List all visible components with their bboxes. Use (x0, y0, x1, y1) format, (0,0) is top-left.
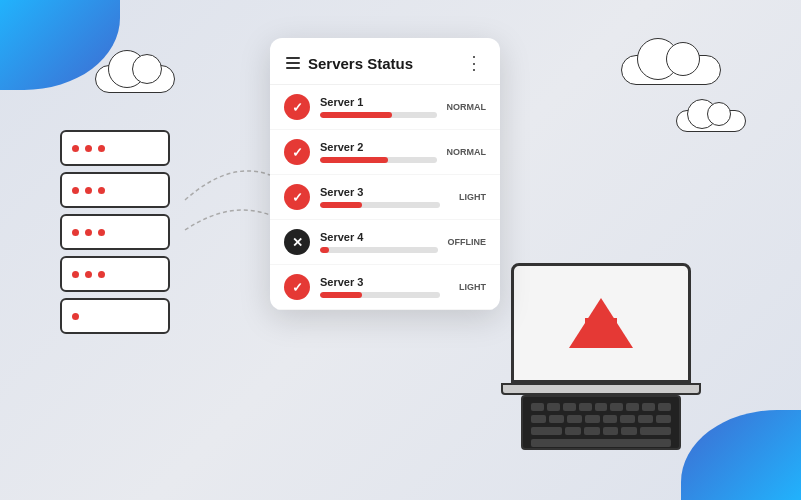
laptop-illustration (501, 263, 701, 450)
card-title-row: Servers Status (286, 55, 413, 72)
status-label: NORMAL (447, 102, 487, 112)
status-label: LIGHT (450, 282, 486, 292)
status-icon: ✓ (284, 184, 310, 210)
status-icon: ✓ (284, 94, 310, 120)
status-label: OFFLINE (448, 237, 487, 247)
rack-dot (72, 145, 79, 152)
progress-bar-bg (320, 202, 440, 208)
server-info: Server 3 (320, 276, 440, 298)
server-name: Server 4 (320, 231, 438, 243)
progress-bar-bg (320, 157, 437, 163)
progress-bar-fill (320, 292, 362, 298)
rack-dot (98, 271, 105, 278)
cloud-decoration-1 (95, 65, 175, 93)
server-info: Server 2 (320, 141, 437, 163)
progress-bar-fill (320, 157, 388, 163)
cloud-decoration-3 (676, 110, 746, 132)
status-label: NORMAL (447, 147, 487, 157)
server-info: Server 1 (320, 96, 437, 118)
server-name: Server 3 (320, 276, 440, 288)
server-name: Server 1 (320, 96, 437, 108)
card-title: Servers Status (308, 55, 413, 72)
server-name: Server 2 (320, 141, 437, 153)
progress-bar-bg (320, 292, 440, 298)
rack-dot (98, 145, 105, 152)
server-row: ✓ Server 1 NORMAL (270, 85, 500, 130)
server-row: ✓ Server 3 LIGHT (270, 175, 500, 220)
server-row: ✓ Server 3 LIGHT (270, 265, 500, 310)
card-header: Servers Status ⋮ (270, 38, 500, 85)
rack-dot (85, 145, 92, 152)
cloud-decoration-2 (621, 55, 721, 85)
rack-dot (98, 187, 105, 194)
server-list: ✓ Server 1 NORMAL ✓ Server 2 NORMAL (270, 85, 500, 310)
rack-dot (72, 313, 79, 320)
progress-bar-bg (320, 112, 437, 118)
status-icon: ✓ (284, 274, 310, 300)
rack-unit-2 (60, 172, 170, 208)
rack-dot (85, 187, 92, 194)
server-rack-illustration (60, 130, 180, 340)
progress-bar-fill (320, 112, 392, 118)
progress-bar-fill (320, 202, 362, 208)
laptop-keyboard (521, 395, 681, 450)
status-icon: ✕ (284, 229, 310, 255)
rack-unit-4 (60, 256, 170, 292)
server-row: ✓ Server 2 NORMAL (270, 130, 500, 175)
progress-bar-bg (320, 247, 438, 253)
rack-dot (72, 187, 79, 194)
rack-dot (85, 271, 92, 278)
hamburger-icon (286, 57, 300, 69)
server-row: ✕ Server 4 OFFLINE (270, 220, 500, 265)
status-label: LIGHT (450, 192, 486, 202)
servers-status-card: Servers Status ⋮ ✓ Server 1 NORMAL ✓ Ser… (270, 38, 500, 310)
rack-dot (72, 271, 79, 278)
rack-dot (98, 229, 105, 236)
server-info: Server 4 (320, 231, 438, 253)
laptop-base (501, 383, 701, 395)
rack-dot (72, 229, 79, 236)
rack-dot (85, 229, 92, 236)
laptop-screen (511, 263, 691, 383)
rack-unit-1 (60, 130, 170, 166)
server-info: Server 3 (320, 186, 440, 208)
progress-bar-fill (320, 247, 329, 253)
status-icon: ✓ (284, 139, 310, 165)
rack-unit-3 (60, 214, 170, 250)
rack-unit-5 (60, 298, 170, 334)
more-options-button[interactable]: ⋮ (465, 52, 484, 74)
upload-arrow-icon (569, 298, 633, 348)
server-name: Server 3 (320, 186, 440, 198)
